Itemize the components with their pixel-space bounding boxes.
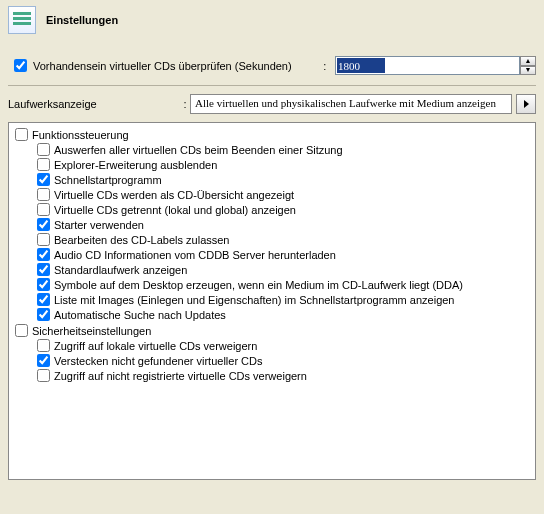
drive-display-combo[interactable]: Alle virtuellen und physikalischen Laufw… bbox=[190, 94, 512, 114]
item-checkbox[interactable] bbox=[37, 278, 50, 291]
verify-checkbox[interactable] bbox=[14, 59, 27, 72]
group-label: Sicherheitseinstellungen bbox=[32, 325, 151, 337]
tree-item[interactable]: Schnellstartprogramm bbox=[15, 172, 529, 187]
group-checkbox-sicherheitseinstellungen[interactable] bbox=[15, 324, 28, 337]
item-label: Bearbeiten des CD-Labels zulassen bbox=[54, 234, 230, 246]
tree-group-sicherheitseinstellungen[interactable]: Sicherheitseinstellungen bbox=[15, 323, 529, 338]
item-label: Explorer-Erweiterung ausblenden bbox=[54, 159, 217, 171]
tree-item[interactable]: Zugriff auf lokale virtuelle CDs verweig… bbox=[15, 338, 529, 353]
arrow-right-icon bbox=[524, 100, 529, 108]
tree-item[interactable]: Liste mit Images (Einlegen und Eigenscha… bbox=[15, 292, 529, 307]
tree-item[interactable]: Standardlaufwerk anzeigen bbox=[15, 262, 529, 277]
item-label: Verstecken nicht gefundener virtueller C… bbox=[54, 355, 263, 367]
item-label: Liste mit Images (Einlegen und Eigenscha… bbox=[54, 294, 454, 306]
group-checkbox-funktionssteuerung[interactable] bbox=[15, 128, 28, 141]
tree-item[interactable]: Symbole auf dem Desktop erzeugen, wenn e… bbox=[15, 277, 529, 292]
tree-item[interactable]: Zugriff auf nicht registrierte virtuelle… bbox=[15, 368, 529, 383]
tree-item[interactable]: Explorer-Erweiterung ausblenden bbox=[15, 157, 529, 172]
spin-up-button[interactable]: ▲ bbox=[520, 56, 536, 66]
item-checkbox[interactable] bbox=[37, 158, 50, 171]
drive-display-row: Laufwerksanzeige : Alle virtuellen und p… bbox=[8, 94, 536, 114]
options-tree: FunktionssteuerungAuswerfen aller virtue… bbox=[8, 122, 536, 480]
item-label: Zugriff auf nicht registrierte virtuelle… bbox=[54, 370, 307, 382]
tree-item[interactable]: Auswerfen aller virtuellen CDs beim Been… bbox=[15, 142, 529, 157]
spin-down-button[interactable]: ▼ bbox=[520, 66, 536, 76]
item-checkbox[interactable] bbox=[37, 143, 50, 156]
item-checkbox[interactable] bbox=[37, 293, 50, 306]
tree-item[interactable]: Automatische Suche nach Updates bbox=[15, 307, 529, 322]
drive-display-label: Laufwerksanzeige bbox=[8, 98, 180, 110]
item-label: Zugriff auf lokale virtuelle CDs verweig… bbox=[54, 340, 257, 352]
item-checkbox[interactable] bbox=[37, 188, 50, 201]
tree-item[interactable]: Starter verwenden bbox=[15, 217, 529, 232]
item-label: Standardlaufwerk anzeigen bbox=[54, 264, 187, 276]
item-label: Schnellstartprogramm bbox=[54, 174, 162, 186]
item-label: Virtuelle CDs werden als CD-Übersicht an… bbox=[54, 189, 294, 201]
item-checkbox[interactable] bbox=[37, 263, 50, 276]
item-checkbox[interactable] bbox=[37, 308, 50, 321]
item-checkbox[interactable] bbox=[37, 339, 50, 352]
item-label: Audio CD Informationen vom CDDB Server h… bbox=[54, 249, 336, 261]
tree-item[interactable]: Virtuelle CDs werden als CD-Übersicht an… bbox=[15, 187, 529, 202]
group-label: Funktionssteuerung bbox=[32, 129, 129, 141]
item-checkbox[interactable] bbox=[37, 248, 50, 261]
item-checkbox[interactable] bbox=[37, 233, 50, 246]
item-label: Virtuelle CDs getrennt (lokal und global… bbox=[54, 204, 296, 216]
colon: : bbox=[323, 60, 327, 72]
item-label: Symbole auf dem Desktop erzeugen, wenn e… bbox=[54, 279, 463, 291]
tree-item[interactable]: Virtuelle CDs getrennt (lokal und global… bbox=[15, 202, 529, 217]
item-checkbox[interactable] bbox=[37, 173, 50, 186]
item-checkbox[interactable] bbox=[37, 203, 50, 216]
verify-label: Vorhandensein virtueller CDs überprüfen … bbox=[33, 60, 292, 72]
item-label: Auswerfen aller virtuellen CDs beim Been… bbox=[54, 144, 343, 156]
item-label: Automatische Suche nach Updates bbox=[54, 309, 226, 321]
page-title: Einstellungen bbox=[46, 14, 118, 26]
tree-item[interactable]: Verstecken nicht gefundener virtueller C… bbox=[15, 353, 529, 368]
tree-item[interactable]: Bearbeiten des CD-Labels zulassen bbox=[15, 232, 529, 247]
item-checkbox[interactable] bbox=[37, 354, 50, 367]
settings-icon bbox=[8, 6, 36, 34]
verify-seconds-input[interactable] bbox=[335, 56, 520, 75]
tree-group-funktionssteuerung[interactable]: Funktionssteuerung bbox=[15, 127, 529, 142]
tree-item[interactable]: Audio CD Informationen vom CDDB Server h… bbox=[15, 247, 529, 262]
item-checkbox[interactable] bbox=[37, 369, 50, 382]
divider bbox=[8, 85, 536, 86]
header: Einstellungen bbox=[8, 6, 536, 34]
drive-display-dropdown-button[interactable] bbox=[516, 94, 536, 114]
item-label: Starter verwenden bbox=[54, 219, 144, 231]
verify-row: Vorhandensein virtueller CDs überprüfen … bbox=[8, 56, 536, 75]
item-checkbox[interactable] bbox=[37, 218, 50, 231]
